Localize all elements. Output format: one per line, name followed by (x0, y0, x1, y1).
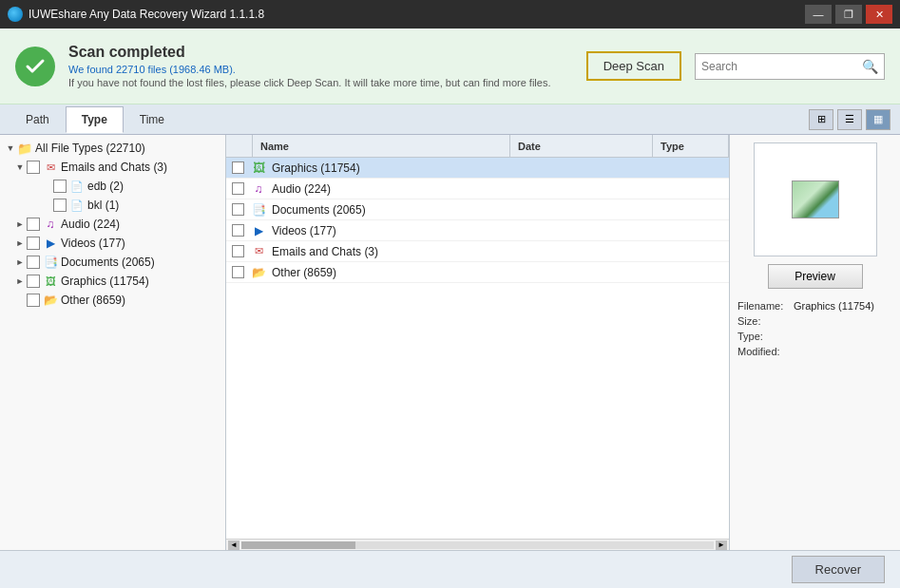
tree-checkbox-other[interactable] (27, 294, 40, 307)
col-checkbox (226, 135, 253, 157)
tree-label-bkl: bkl (1) (87, 199, 119, 212)
tab-type[interactable]: Type (66, 106, 124, 133)
tab-time[interactable]: Time (124, 106, 181, 133)
detail-view-button[interactable]: ▦ (866, 109, 890, 130)
tree-item-emails[interactable]: ▼ ✉ Emails and Chats (3) (0, 158, 225, 177)
tree-item-other[interactable]: 📂 Other (8659) (0, 291, 225, 310)
bottom-bar: Recover (0, 550, 900, 588)
tree-label-graphics: Graphics (11754) (61, 275, 149, 288)
scroll-left-arrow[interactable]: ◄ (228, 541, 239, 550)
filename-label: Filename: (737, 300, 790, 312)
email-row-icon: ✉ (255, 245, 263, 257)
row-icon-emails: ✉ (249, 245, 268, 257)
app-icon (8, 7, 23, 22)
tree-checkbox-bkl[interactable] (53, 199, 67, 212)
row-checkbox-graphics[interactable] (232, 161, 244, 174)
list-row-documents[interactable]: 📑 Documents (2065) (226, 199, 729, 220)
tree-toggle-documents: ► (13, 257, 27, 267)
app-title: IUWEshare Any Data Recovery Wizard 1.1.1… (29, 8, 799, 21)
row-name-emails: Emails and Chats (3) (268, 245, 510, 258)
preview-button[interactable]: Preview (768, 264, 863, 289)
tree-label-all: All File Types (22710) (35, 142, 145, 155)
row-name-graphics: Graphics (11754) (268, 161, 510, 175)
list-row-emails[interactable]: ✉ Emails and Chats (3) (226, 241, 729, 262)
restore-button[interactable]: ❐ (835, 5, 862, 24)
list-row-videos[interactable]: ▶ Videos (177) (226, 220, 729, 241)
tree-item-bkl[interactable]: 📄 bkl (1) (0, 196, 225, 215)
scroll-track[interactable] (241, 541, 714, 549)
deep-scan-button[interactable]: Deep Scan (586, 51, 681, 81)
row-checkbox-emails[interactable] (232, 245, 244, 257)
grid-view-button[interactable]: ⊞ (809, 109, 833, 130)
scroll-right-arrow[interactable]: ► (716, 541, 727, 550)
row-checkbox-other[interactable] (232, 266, 244, 278)
tree-item-videos[interactable]: ► ▶ Videos (177) (0, 234, 225, 253)
tree-label-edb: edb (2) (87, 180, 124, 193)
tree-checkbox-audio[interactable] (27, 218, 40, 231)
tree-item-graphics[interactable]: ► 🖼 Graphics (11754) (0, 272, 225, 291)
file-icon-edb: 📄 (69, 180, 85, 193)
tree-checkbox-documents[interactable] (27, 256, 40, 269)
row-icon-videos: ▶ (249, 224, 268, 237)
row-name-documents: Documents (2065) (268, 203, 510, 217)
doc-row-icon: 📑 (252, 203, 266, 217)
audio-row-icon: ♫ (255, 182, 263, 196)
row-check-emails[interactable] (226, 245, 249, 257)
col-type: Type (653, 135, 729, 157)
tree-checkbox-graphics[interactable] (27, 275, 40, 288)
row-check-documents[interactable] (226, 203, 249, 216)
row-checkbox-documents[interactable] (232, 203, 244, 216)
tree-checkbox-videos[interactable] (27, 237, 40, 250)
list-row-graphics[interactable]: 🖼 Graphics (11754) (226, 158, 729, 179)
list-view-button[interactable]: ☰ (837, 109, 862, 130)
row-check-audio[interactable] (226, 182, 249, 195)
search-input[interactable] (701, 60, 862, 73)
row-check-other[interactable] (226, 266, 249, 278)
list-header: Name Date Type (226, 135, 729, 158)
col-date: Date (510, 135, 653, 157)
view-buttons: ⊞ ☰ ▦ (809, 109, 890, 130)
main-content: ▼ 📁 All File Types (22710) ▼ ✉ Emails an… (0, 135, 900, 550)
audio-icon: ♫ (43, 218, 58, 231)
scan-title: Scan completed (68, 44, 573, 61)
row-check-graphics[interactable] (226, 161, 249, 174)
row-check-videos[interactable] (226, 224, 249, 237)
graphic-icon: 🖼 (43, 275, 58, 288)
search-box: 🔍 (695, 53, 885, 80)
list-row-other[interactable]: 📂 Other (8659) (226, 262, 729, 283)
tab-bar: Path Type Time ⊞ ☰ ▦ (0, 104, 900, 135)
scroll-thumb[interactable] (241, 541, 355, 549)
tab-path[interactable]: Path (10, 106, 66, 133)
list-row-audio[interactable]: ♫ Audio (224) (226, 179, 729, 199)
minimize-button[interactable]: — (805, 5, 832, 24)
row-checkbox-audio[interactable] (232, 182, 244, 195)
list-content: 🖼 Graphics (11754) ♫ Audio (224) (226, 158, 729, 539)
tree-item-documents[interactable]: ► 📑 Documents (2065) (0, 253, 225, 272)
tree-item-audio[interactable]: ► ♫ Audio (224) (0, 215, 225, 234)
scan-subtitle-text: We found 22710 files (1968.46 MB). (68, 64, 236, 75)
tree-checkbox-emails[interactable] (27, 161, 40, 174)
tree-label-other: Other (8659) (61, 294, 125, 307)
modified-label: Modified: (737, 346, 790, 357)
scan-hint: If you have not found the lost files, pl… (68, 77, 573, 88)
tree-toggle-audio: ► (13, 219, 27, 229)
filename-value: Graphics (11754) (794, 300, 874, 312)
close-button[interactable]: ✕ (866, 5, 892, 24)
row-icon-graphics: 🖼 (249, 161, 268, 175)
list-panel: Name Date Type 🖼 Graphics (11754) (226, 135, 729, 550)
horizontal-scrollbar[interactable]: ◄ ► (226, 539, 729, 550)
row-icon-documents: 📑 (249, 203, 268, 217)
tree-item-all[interactable]: ▼ 📁 All File Types (22710) (0, 139, 225, 158)
tree-toggle-graphics: ► (13, 276, 27, 286)
tree-checkbox-edb[interactable] (53, 180, 67, 193)
recover-button[interactable]: Recover (792, 556, 885, 583)
tree-label-videos: Videos (177) (61, 237, 125, 250)
info-row-filename: Filename: Graphics (11754) (737, 300, 892, 312)
tree-item-edb[interactable]: 📄 edb (2) (0, 177, 225, 196)
row-checkbox-videos[interactable] (232, 224, 244, 237)
row-name-audio: Audio (224) (268, 182, 510, 196)
search-icon: 🔍 (862, 59, 878, 74)
tree-panel: ▼ 📁 All File Types (22710) ▼ ✉ Emails an… (0, 135, 226, 550)
other-icon: 📂 (43, 294, 58, 307)
preview-image-box (754, 142, 877, 256)
